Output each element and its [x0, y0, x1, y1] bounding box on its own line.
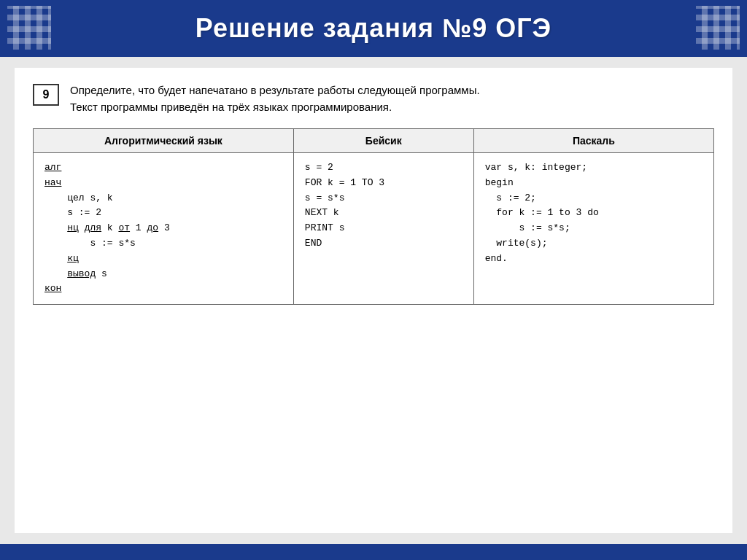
col1-header: Алгоритмический язык	[34, 129, 294, 153]
col2-code: s = 2 FOR k = 1 TO 3 s = s*s NEXT k PRIN…	[293, 153, 473, 305]
header: Решение задания №9 ОГЭ	[0, 0, 747, 57]
alg-keyword: алг	[44, 162, 61, 173]
col3-header: Паскаль	[473, 129, 713, 153]
nach-keyword: нач	[44, 177, 61, 188]
task-row: 9 Определите, что будет напечатано в рез…	[33, 82, 714, 115]
programming-table: Алгоритмический язык Бейсик Паскаль алг …	[33, 128, 714, 305]
col1-code: алг нач цел s, k s := 2 нц для k от 1 до…	[34, 153, 294, 305]
main-content: 9 Определите, что будет напечатано в рез…	[15, 68, 732, 533]
page-title: Решение задания №9 ОГЭ	[196, 13, 551, 44]
task-number: 9	[33, 84, 59, 106]
col3-code: var s, k: integer; begin s := 2; for k :…	[473, 153, 713, 305]
task-description: Определите, что будет напечатано в резул…	[70, 82, 480, 115]
col2-header: Бейсик	[293, 129, 473, 153]
task-desc-line2: Текст программы приведён на трёх языках …	[70, 101, 392, 113]
bottom-bar	[0, 544, 747, 560]
task-desc-line1: Определите, что будет напечатано в резул…	[70, 84, 480, 96]
